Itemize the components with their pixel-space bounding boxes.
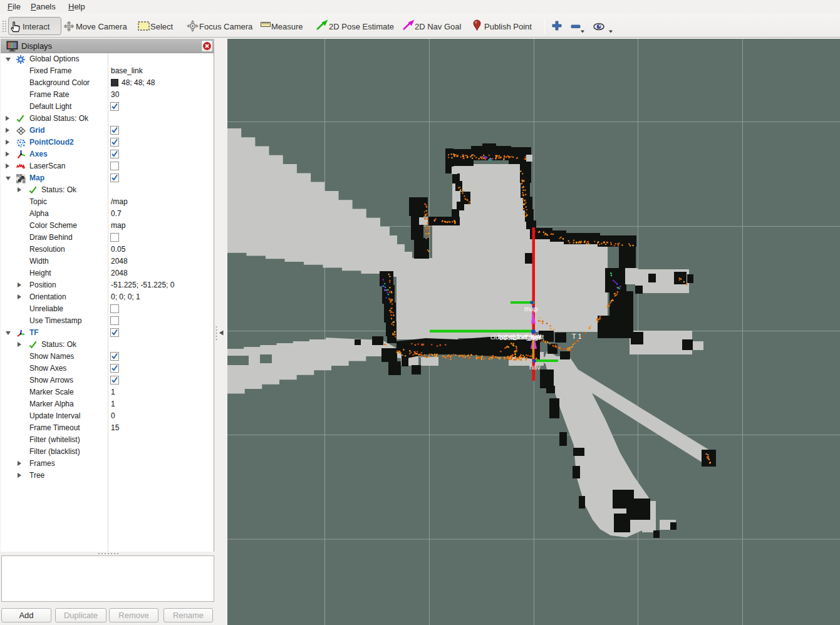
svg-text:laser: laser: [526, 334, 541, 341]
svg-text:T 1: T 1: [572, 333, 582, 340]
svg-text:nav: nav: [529, 363, 541, 371]
svg-text:map: map: [524, 305, 537, 312]
